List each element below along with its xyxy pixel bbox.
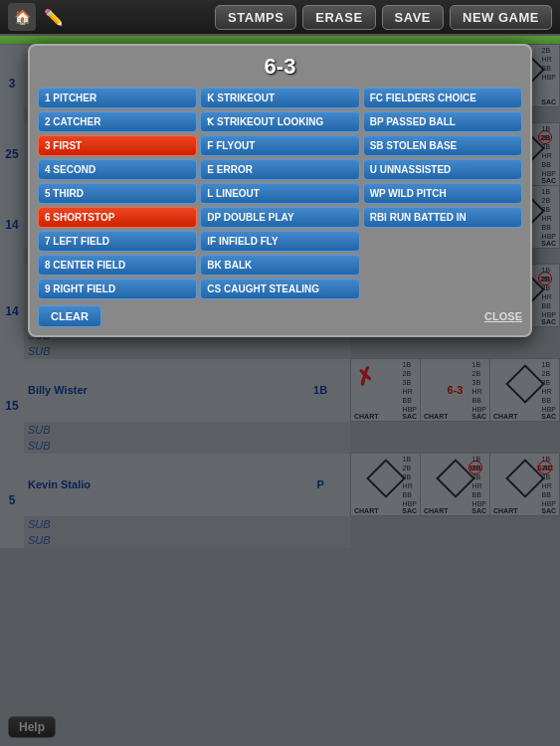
home-icon[interactable]: 🏠 — [8, 3, 36, 31]
popup-play-btn-1[interactable]: Ꝁ STRIKEOUT LOOKING — [200, 111, 359, 132]
popup-position-btn-1[interactable]: 1 PITCHER — [38, 88, 197, 108]
popup-dialog: 6-3 1 PITCHER2 CATCHER3 FIRST4 SECOND5 T… — [28, 44, 532, 337]
clear-button[interactable]: CLEAR — [38, 305, 101, 327]
toolbar: 🏠 ✏️ STAMPS ERASE SAVE NEW GAME — [0, 0, 560, 36]
popup-position-btn-9[interactable]: 9 RIGHT FIELD — [38, 279, 197, 299]
toolbar-left: 🏠 ✏️ — [8, 3, 68, 31]
popup-col-3: FC FIELDERS CHOICEBP PASSED BALLSB STOLE… — [363, 88, 522, 299]
erase-button[interactable]: ERASE — [302, 5, 375, 30]
popup-play-btn-5[interactable]: DP DOUBLE PLAY — [200, 207, 359, 228]
popup-position-btn-2[interactable]: 2 CATCHER — [38, 111, 197, 132]
new-game-button[interactable]: NEW GAME — [450, 5, 552, 30]
pencil-icon[interactable]: ✏️ — [40, 3, 68, 31]
popup-position-btn-8[interactable]: 8 CENTER FIELD — [38, 255, 197, 276]
popup-position-btn-5[interactable]: 5 THIRD — [38, 183, 197, 204]
popup-misc-btn-2[interactable]: SB STOLEN BASE — [363, 135, 522, 156]
close-button[interactable]: CLOSE — [484, 310, 522, 322]
grass-strip — [0, 36, 560, 44]
toolbar-right: STAMPS ERASE SAVE NEW GAME — [215, 5, 552, 30]
popup-play-btn-2[interactable]: F FLYOUT — [200, 135, 359, 156]
popup-position-btn-6[interactable]: 6 SHORTSTOP — [38, 207, 197, 228]
popup-misc-btn-4[interactable]: WP WILD PITCH — [363, 183, 522, 204]
stamps-button[interactable]: STAMPS — [215, 5, 296, 30]
popup-misc-btn-1[interactable]: BP PASSED BALL — [363, 111, 522, 132]
popup-col-1: 1 PITCHER2 CATCHER3 FIRST4 SECOND5 THIRD… — [38, 88, 197, 299]
popup-position-btn-3[interactable]: 3 FIRST — [38, 135, 197, 156]
popup-play-btn-6[interactable]: IF INFIELD FLY — [200, 231, 359, 252]
popup-position-btn-4[interactable]: 4 SECOND — [38, 159, 197, 180]
popup-play-btn-8[interactable]: CS CAUGHT STEALING — [200, 279, 359, 299]
popup-play-btn-3[interactable]: E ERROR — [200, 159, 359, 180]
save-button[interactable]: SAVE — [382, 5, 444, 30]
popup-bottom: CLEAR CLOSE — [38, 305, 522, 327]
popup-play-btn-4[interactable]: L LINEOUT — [200, 183, 359, 204]
popup-play-btn-0[interactable]: K STRIKEOUT — [200, 88, 359, 108]
popup-grid: 1 PITCHER2 CATCHER3 FIRST4 SECOND5 THIRD… — [38, 88, 522, 299]
popup-position-btn-7[interactable]: 7 LEFT FIELD — [38, 231, 197, 252]
popup-col-2: K STRIKEOUTꝀ STRIKEOUT LOOKINGF FLYOUTE … — [200, 88, 359, 299]
popup-play-btn-7[interactable]: BK BALK — [200, 255, 359, 276]
popup-misc-btn-5[interactable]: RBI RUN BATTED IN — [363, 207, 522, 228]
popup-misc-btn-0[interactable]: FC FIELDERS CHOICE — [363, 88, 522, 108]
popup-misc-btn-3[interactable]: U UNNASSISTED — [363, 159, 522, 180]
popup-title: 6-3 — [38, 54, 522, 80]
